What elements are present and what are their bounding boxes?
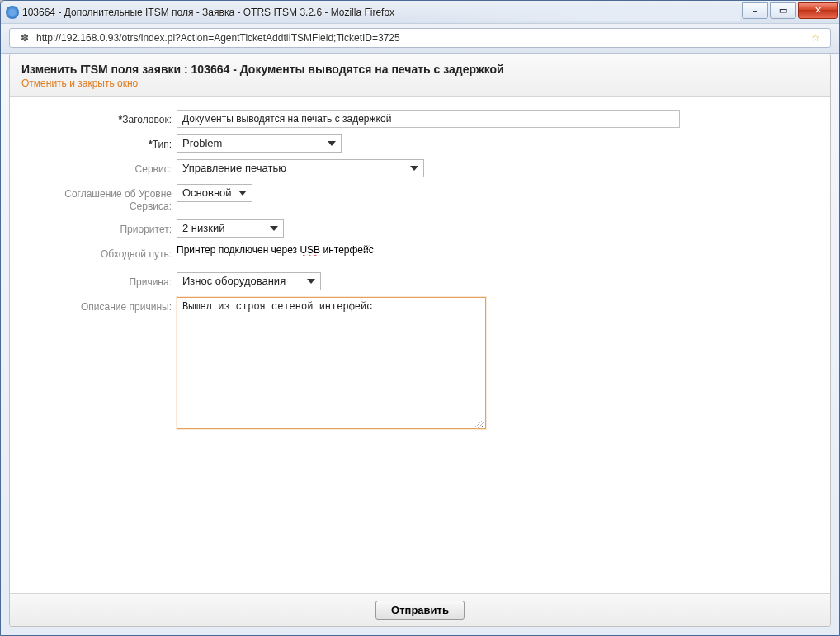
form-body: *Заголовок: *Тип: Problem Сервис: Управл… (10, 97, 830, 593)
row-title: *Заголовок: (26, 110, 814, 128)
sla-select[interactable]: Основной (177, 184, 252, 202)
row-sla: Соглашение об Уровне Сервиса: Основной (26, 184, 814, 213)
submit-button[interactable]: Отправить (375, 601, 465, 620)
label-workaround: Обходной путь: (26, 244, 177, 261)
inactive-tabs-area (399, 4, 740, 21)
row-type: *Тип: Problem (26, 134, 814, 153)
page-header: Изменить ITSM поля заявки : 103664 - Док… (10, 54, 830, 97)
title-input[interactable] (177, 110, 680, 128)
priority-select[interactable]: 2 низкий (177, 219, 284, 238)
address-bar-row: ✽ ☆ (1, 24, 839, 54)
spellcheck-error: USB (300, 244, 320, 256)
label-reason-desc: Описание причины: (26, 297, 177, 313)
label-priority: Приоритет: (26, 219, 177, 236)
label-service: Сервис: (26, 159, 177, 176)
window-controls: – ▭ ✕ (740, 6, 838, 19)
reason-desc-textarea[interactable]: Вышел из строя сетевой интерфейс (177, 297, 486, 429)
reason-select[interactable]: Износ оборудования (177, 272, 321, 290)
maximize-icon: ▭ (779, 5, 787, 16)
close-button[interactable]: ✕ (798, 2, 838, 19)
page-content: Изменить ITSM поля заявки : 103664 - Док… (9, 54, 831, 627)
window-title: 103664 - Дополнительные ITSM поля - Заяв… (22, 7, 394, 18)
close-icon: ✕ (814, 5, 822, 16)
minimize-icon: – (753, 6, 757, 16)
address-bar[interactable]: ✽ ☆ (9, 28, 831, 48)
footer-bar: Отправить (10, 593, 830, 626)
row-reason-desc: Описание причины: Вышел из строя сетевой… (26, 297, 814, 431)
row-service: Сервис: Управление печатью (26, 159, 814, 177)
favicon-icon (6, 6, 19, 19)
site-identity-icon[interactable]: ✽ (18, 31, 31, 45)
url-input[interactable] (35, 31, 805, 45)
label-reason: Причина: (26, 272, 177, 289)
row-priority: Приоритет: 2 низкий (26, 219, 814, 238)
maximize-button[interactable]: ▭ (770, 2, 796, 19)
service-select[interactable]: Управление печатью (177, 159, 424, 177)
row-reason: Причина: Износ оборудования (26, 272, 814, 290)
bookmark-star-icon[interactable]: ☆ (809, 31, 822, 45)
label-sla: Соглашение об Уровне Сервиса: (26, 184, 177, 213)
title-bar: 103664 - Дополнительные ITSM поля - Заяв… (1, 1, 839, 24)
page-title: Изменить ITSM поля заявки : 103664 - Док… (21, 63, 819, 76)
type-select[interactable]: Problem (177, 134, 342, 153)
label-title: *Заголовок: (26, 110, 177, 126)
row-workaround: Обходной путь: Принтер подключен через U… (26, 244, 814, 261)
workaround-textarea[interactable]: Принтер подключен через USB интерфейс (177, 244, 374, 256)
browser-window: 103664 - Дополнительные ITSM поля - Заяв… (0, 0, 840, 636)
cancel-close-link[interactable]: Отменить и закрыть окно (21, 78, 138, 89)
label-type: *Тип: (26, 134, 177, 151)
minimize-button[interactable]: – (742, 2, 768, 19)
